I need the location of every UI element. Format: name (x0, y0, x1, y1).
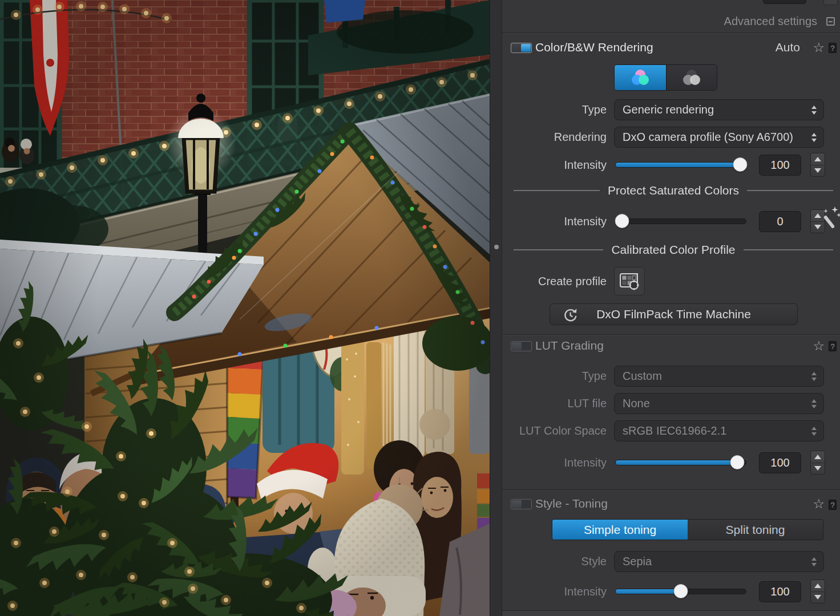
protect-intensity-slider-handle[interactable] (615, 214, 629, 228)
magic-wand-cursor-icon (823, 205, 840, 232)
create-profile-label: Create profile (502, 275, 607, 288)
tab-simple-toning[interactable]: Simple toning (552, 520, 688, 540)
lut-file-label: LUT file (502, 397, 607, 410)
intensity-slider[interactable] (615, 158, 746, 172)
lut-intensity-value-field[interactable]: 100 (759, 452, 801, 473)
partial-value-field[interactable] (763, 0, 806, 4)
toning-style-label: Style (502, 555, 607, 568)
toning-tabs: Simple toning Split toning (552, 519, 823, 540)
lut-section-title: LUT Grading (535, 339, 604, 352)
toning-intensity-value-field[interactable]: 100 (759, 581, 801, 602)
color-checker-target-icon (619, 271, 640, 291)
rendering-select-value: DxO camera profile (Sony A6700) (623, 131, 810, 144)
next-section-strip (502, 611, 840, 616)
lut-enable-toggle[interactable] (511, 341, 532, 351)
lut-intensity-stepper[interactable] (810, 451, 825, 475)
collapse-advanced-icon[interactable] (826, 17, 835, 26)
toning-help-icon[interactable]: ? (829, 500, 837, 510)
toning-style-select-value: Sepia (623, 555, 810, 568)
splitter-handle-icon[interactable] (494, 245, 499, 249)
colorbw-enable-toggle[interactable] (511, 43, 532, 53)
lut-intensity-slider-handle[interactable] (730, 455, 744, 469)
lut-colorspace-label: LUT Color Space (502, 424, 607, 437)
calibrated-profile-header: Calibrated Color Profile (514, 243, 833, 257)
toning-intensity-stepper[interactable] (810, 579, 825, 603)
lut-colorspace-select[interactable]: sRGB IEC61966-2.1 (614, 420, 824, 441)
lut-type-select-value: Custom (623, 370, 810, 383)
toning-intensity-slider[interactable] (615, 585, 746, 598)
filmpack-time-machine-label: DxO FilmPack Time Machine (596, 307, 751, 321)
panel-splitter[interactable] (490, 0, 502, 616)
colorbw-favorite-star-icon[interactable]: ☆ (813, 41, 825, 54)
type-select-value: Generic rendering (623, 103, 810, 116)
lut-help-icon[interactable]: ? (829, 341, 837, 351)
protect-intensity-label: Intensity (502, 215, 607, 228)
photo-christmas-market (0, 0, 490, 616)
stepper-up-icon[interactable] (811, 451, 825, 463)
updown-arrows-icon (810, 370, 818, 383)
stepper-down-icon[interactable] (811, 592, 825, 603)
protect-intensity-value-field[interactable]: 0 (759, 211, 801, 232)
toning-style-select[interactable]: Sepia (614, 551, 824, 572)
rendering-label: Rendering (502, 131, 607, 144)
stepper-down-icon[interactable] (811, 463, 825, 475)
updown-arrows-icon (810, 131, 818, 144)
intensity-stepper[interactable] (810, 153, 825, 177)
stepper-up-icon[interactable] (811, 153, 825, 165)
colorbw-section-title: Color/B&W Rendering (535, 40, 653, 54)
protect-saturated-header: Protect Saturated Colors (514, 184, 833, 197)
rgb-circles-icon (628, 68, 652, 87)
color-bw-segmented-control (614, 64, 717, 91)
lut-favorite-star-icon[interactable]: ☆ (813, 339, 825, 352)
stepper-down-icon[interactable] (811, 165, 825, 177)
lut-file-select-value: None (623, 397, 810, 410)
protect-intensity-slider[interactable] (615, 214, 746, 228)
image-viewport[interactable] (0, 0, 490, 616)
colorbw-auto-label: Auto (776, 40, 800, 54)
type-label: Type (502, 103, 607, 116)
toning-section-title: Style - Toning (535, 497, 608, 510)
color-mode-button[interactable] (615, 65, 666, 90)
time-machine-history-icon (563, 307, 578, 323)
bw-mode-button[interactable] (666, 65, 717, 90)
lut-intensity-label: Intensity (502, 456, 607, 469)
bw-circles-icon (680, 68, 704, 87)
divider (502, 33, 840, 34)
divider (502, 489, 840, 491)
divider (502, 334, 840, 335)
filmpack-time-machine-button[interactable]: DxO FilmPack Time Machine (550, 303, 798, 325)
lut-file-select[interactable]: None (614, 393, 824, 414)
toning-intensity-label: Intensity (502, 585, 607, 598)
colorbw-help-icon[interactable]: ? (829, 43, 837, 53)
lut-type-select[interactable]: Custom (614, 366, 824, 387)
create-profile-button[interactable] (614, 267, 645, 295)
intensity-value-field[interactable]: 100 (759, 155, 801, 176)
toning-enable-toggle[interactable] (511, 499, 532, 509)
lut-type-label: Type (502, 370, 607, 383)
intensity-slider-handle[interactable] (733, 157, 747, 172)
updown-arrows-icon (810, 556, 818, 568)
intensity-label: Intensity (502, 159, 607, 172)
toning-intensity-slider-handle[interactable] (674, 584, 688, 598)
stepper-up-icon[interactable] (811, 580, 825, 592)
lut-colorspace-select-value: sRGB IEC61966-2.1 (623, 424, 810, 437)
rendering-select[interactable]: DxO camera profile (Sony A6700) (614, 127, 824, 148)
updown-arrows-icon (810, 104, 818, 116)
lut-intensity-slider[interactable] (615, 456, 746, 469)
updown-arrows-icon (810, 398, 818, 410)
app-window: Advanced settings Color/B&W Rendering Au… (0, 0, 840, 616)
adjustments-panel: Advanced settings Color/B&W Rendering Au… (502, 0, 840, 616)
toning-favorite-star-icon[interactable]: ☆ (813, 497, 825, 510)
updown-arrows-icon (810, 425, 818, 437)
advanced-settings-label[interactable]: Advanced settings (724, 15, 817, 28)
partial-stepper[interactable] (823, 0, 838, 5)
tab-split-toning[interactable]: Split toning (688, 520, 823, 540)
type-select[interactable]: Generic rendering (614, 99, 824, 120)
